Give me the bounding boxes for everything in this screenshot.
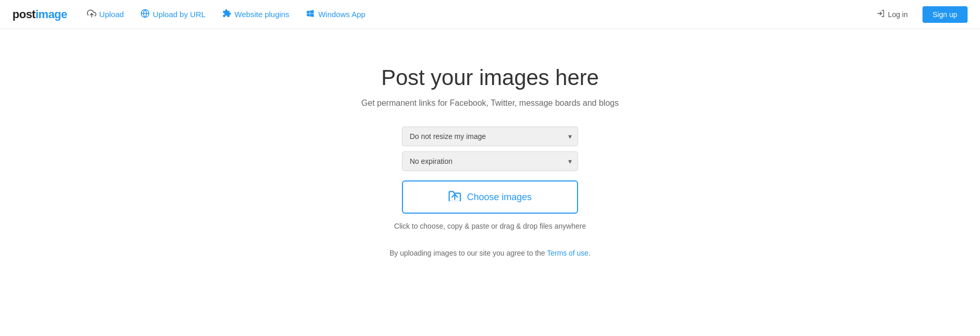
- nav-upload-label: Upload: [99, 10, 124, 19]
- upload-cloud-icon: [87, 9, 96, 20]
- nav-links: Upload Upload by URL Website plugins: [80, 5, 869, 24]
- login-label: Log in: [888, 10, 907, 19]
- nav-windows-app[interactable]: Windows App: [298, 5, 372, 24]
- page-subtitle: Get permanent links for Facebook, Twitte…: [362, 99, 619, 108]
- terms-text: By uploading images to our site you agre…: [390, 249, 590, 257]
- login-button[interactable]: Log in: [868, 6, 916, 23]
- choose-images-button[interactable]: Choose images: [402, 180, 578, 214]
- terms-link[interactable]: Terms of use: [547, 249, 588, 257]
- logo[interactable]: postimage: [12, 8, 67, 21]
- logo-image: image: [35, 8, 67, 21]
- nav-actions: Log in Sign up: [868, 6, 968, 23]
- resize-select[interactable]: Do not resize my image Resize to 800px R…: [402, 127, 578, 146]
- nav-upload[interactable]: Upload: [80, 5, 132, 24]
- nav-website-plugins-label: Website plugins: [235, 10, 290, 19]
- choose-images-label: Choose images: [467, 192, 531, 203]
- drag-hint: Click to choose, copy & paste or drag & …: [394, 222, 586, 230]
- signup-button[interactable]: Sign up: [923, 6, 968, 23]
- navbar: postimage Upload Upload by URL: [0, 0, 980, 29]
- expiration-select[interactable]: No expiration 1 hour 1 day 1 week 1 mont…: [402, 151, 578, 171]
- terms-suffix: .: [588, 249, 590, 257]
- resize-select-wrapper: Do not resize my image Resize to 800px R…: [402, 127, 578, 146]
- login-icon: [876, 9, 885, 19]
- nav-windows-app-label: Windows App: [318, 10, 365, 19]
- signup-label: Sign up: [933, 10, 957, 19]
- nav-upload-url-label: Upload by URL: [153, 10, 206, 19]
- globe-icon: [140, 9, 150, 20]
- folder-open-icon: [448, 190, 462, 204]
- page-title: Post your images here: [381, 65, 599, 90]
- nav-website-plugins[interactable]: Website plugins: [215, 5, 297, 24]
- expiration-select-wrapper: No expiration 1 hour 1 day 1 week 1 mont…: [402, 151, 578, 171]
- puzzle-icon: [222, 9, 232, 20]
- logo-post: post: [12, 8, 35, 21]
- windows-icon: [306, 9, 315, 20]
- terms-prefix: By uploading images to our site you agre…: [390, 249, 547, 257]
- nav-upload-url[interactable]: Upload by URL: [133, 5, 213, 24]
- main-content: Post your images here Get permanent link…: [0, 29, 980, 257]
- upload-options: Do not resize my image Resize to 800px R…: [402, 127, 578, 171]
